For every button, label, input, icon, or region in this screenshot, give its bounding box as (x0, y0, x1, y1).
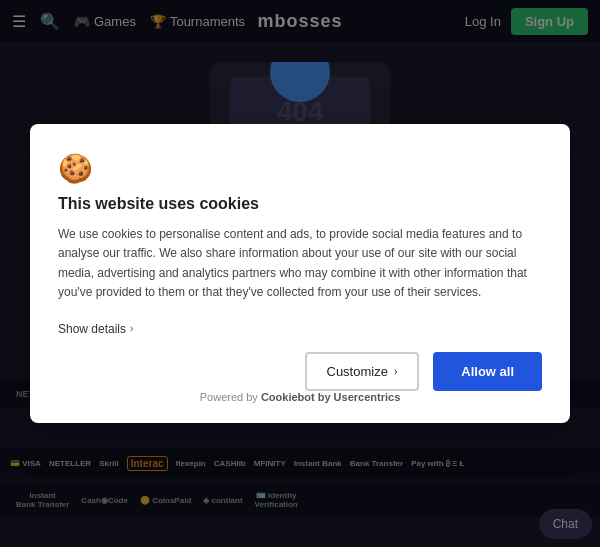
cookie-footer-powered: Powered by (200, 391, 261, 403)
cookie-logo-icon: 🍪 (58, 153, 93, 184)
customize-chevron-icon: › (394, 366, 397, 377)
cookie-body-text: We use cookies to personalise content an… (58, 225, 542, 302)
show-details-link[interactable]: Show details › (58, 322, 133, 336)
show-details-label: Show details (58, 322, 126, 336)
modal-overlay: 🍪 This website uses cookies We use cooki… (0, 0, 600, 547)
customize-label: Customize (327, 364, 388, 379)
cookie-footer: Powered by Cookiebot by Usercentrics (58, 391, 542, 403)
cookie-actions-row: Show details › (58, 322, 542, 336)
cookie-buttons-row: Customize › Allow all (58, 352, 542, 391)
allow-all-button[interactable]: Allow all (433, 352, 542, 391)
cookie-logo: 🍪 (58, 152, 542, 185)
customize-button[interactable]: Customize › (305, 352, 420, 391)
cookie-footer-link[interactable]: Cookiebot by Usercentrics (261, 391, 400, 403)
cookie-modal: 🍪 This website uses cookies We use cooki… (30, 124, 570, 423)
chevron-right-icon: › (130, 323, 133, 334)
cookie-title: This website uses cookies (58, 195, 542, 213)
